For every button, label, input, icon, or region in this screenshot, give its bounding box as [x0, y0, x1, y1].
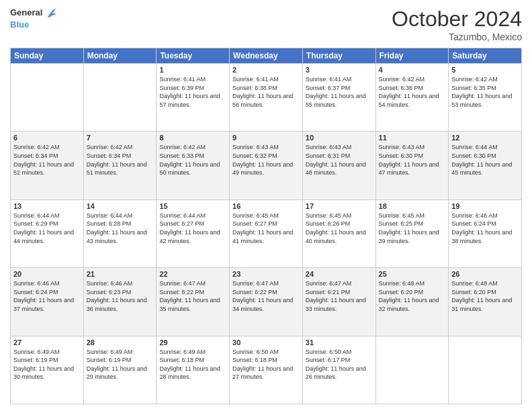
cell-info: Sunrise: 6:49 AMSunset: 6:19 PMDaylight:… [87, 348, 154, 381]
cell-info: Sunrise: 6:50 AMSunset: 6:17 PMDaylight:… [306, 348, 373, 381]
day-number: 5 [451, 66, 519, 74]
week-row-4: 20Sunrise: 6:46 AMSunset: 6:24 PMDayligh… [11, 268, 522, 336]
cell-info: Sunrise: 6:42 AMSunset: 6:34 PMDaylight:… [13, 143, 81, 177]
day-number: 15 [159, 202, 226, 210]
day-number: 11 [379, 134, 446, 142]
calendar-cell-w4-d7: 26Sunrise: 6:48 AMSunset: 6:20 PMDayligh… [449, 268, 522, 336]
cell-info: Sunrise: 6:49 AMSunset: 6:19 PMDaylight:… [13, 348, 81, 381]
col-thursday: Thursday [302, 48, 375, 64]
cell-info: Sunrise: 6:42 AMSunset: 6:33 PMDaylight:… [159, 143, 226, 177]
cell-info: Sunrise: 6:42 AMSunset: 6:34 PMDaylight:… [87, 143, 154, 177]
cell-info: Sunrise: 6:49 AMSunset: 6:18 PMDaylight:… [159, 348, 226, 381]
day-number: 14 [87, 202, 154, 210]
cell-info: Sunrise: 6:41 AMSunset: 6:39 PMDaylight:… [159, 75, 226, 109]
calendar-cell-w1-d5: 3Sunrise: 6:41 AMSunset: 6:37 PMDaylight… [302, 64, 375, 132]
calendar-cell-w1-d2 [83, 64, 157, 132]
day-number: 28 [87, 338, 154, 347]
logo-bird-icon [46, 7, 57, 20]
day-number: 30 [232, 338, 300, 347]
cell-info: Sunrise: 6:44 AMSunset: 6:28 PMDaylight:… [87, 212, 154, 245]
cell-info: Sunrise: 6:46 AMSunset: 6:24 PMDaylight:… [13, 279, 81, 313]
day-number: 2 [232, 66, 300, 74]
day-number: 6 [13, 134, 81, 142]
title-block: October 2024 Tazumbo, Mexico [392, 7, 522, 42]
calendar-cell-w2-d7: 12Sunrise: 6:44 AMSunset: 6:30 PMDayligh… [449, 132, 522, 199]
cell-info: Sunrise: 6:47 AMSunset: 6:22 PMDaylight:… [232, 279, 300, 313]
day-number: 18 [379, 202, 446, 210]
day-number: 7 [87, 134, 154, 142]
cell-info: Sunrise: 6:44 AMSunset: 6:27 PMDaylight:… [159, 212, 226, 245]
calendar-cell-w1-d4: 2Sunrise: 6:41 AMSunset: 6:38 PMDaylight… [230, 64, 303, 132]
cell-info: Sunrise: 6:42 AMSunset: 6:36 PMDaylight:… [379, 75, 446, 109]
day-number: 24 [306, 270, 373, 278]
cell-info: Sunrise: 6:48 AMSunset: 6:20 PMDaylight:… [451, 279, 519, 313]
calendar-cell-w4-d4: 23Sunrise: 6:47 AMSunset: 6:22 PMDayligh… [230, 268, 303, 336]
calendar-cell-w3-d1: 13Sunrise: 6:44 AMSunset: 6:29 PMDayligh… [11, 199, 84, 267]
calendar-cell-w2-d3: 8Sunrise: 6:42 AMSunset: 6:33 PMDaylight… [157, 132, 230, 199]
calendar-cell-w5-d6 [375, 336, 449, 404]
day-number: 21 [87, 270, 154, 278]
cell-info: Sunrise: 6:47 AMSunset: 6:22 PMDaylight:… [159, 279, 226, 313]
day-number: 20 [13, 270, 81, 278]
day-number: 19 [451, 202, 519, 210]
calendar-header-row: Sunday Monday Tuesday Wednesday Thursday… [11, 48, 522, 64]
week-row-3: 13Sunrise: 6:44 AMSunset: 6:29 PMDayligh… [11, 199, 522, 267]
calendar-cell-w5-d2: 28Sunrise: 6:49 AMSunset: 6:19 PMDayligh… [83, 336, 157, 404]
calendar-cell-w5-d4: 30Sunrise: 6:50 AMSunset: 6:18 PMDayligh… [230, 336, 303, 404]
col-saturday: Saturday [449, 48, 522, 64]
page: General Blue October 2024 Tazumbo, Mexic… [0, 0, 532, 411]
calendar-cell-w3-d7: 19Sunrise: 6:46 AMSunset: 6:24 PMDayligh… [449, 199, 522, 267]
cell-info: Sunrise: 6:46 AMSunset: 6:23 PMDaylight:… [87, 279, 154, 313]
cell-info: Sunrise: 6:43 AMSunset: 6:32 PMDaylight:… [232, 143, 300, 177]
logo: General Blue [10, 7, 57, 30]
calendar-cell-w4-d2: 21Sunrise: 6:46 AMSunset: 6:23 PMDayligh… [83, 268, 157, 336]
day-number: 27 [13, 338, 81, 347]
cell-info: Sunrise: 6:41 AMSunset: 6:38 PMDaylight:… [232, 75, 300, 109]
calendar-cell-w4-d1: 20Sunrise: 6:46 AMSunset: 6:24 PMDayligh… [11, 268, 84, 336]
cell-info: Sunrise: 6:41 AMSunset: 6:37 PMDaylight:… [306, 75, 373, 109]
cell-info: Sunrise: 6:45 AMSunset: 6:26 PMDaylight:… [306, 212, 373, 245]
day-number: 29 [159, 338, 226, 347]
calendar-cell-w2-d1: 6Sunrise: 6:42 AMSunset: 6:34 PMDaylight… [11, 132, 84, 199]
day-number: 12 [451, 134, 519, 142]
header: General Blue October 2024 Tazumbo, Mexic… [10, 7, 522, 42]
day-number: 26 [451, 270, 519, 278]
col-friday: Friday [375, 48, 449, 64]
col-monday: Monday [83, 48, 157, 64]
calendar-cell-w3-d4: 16Sunrise: 6:45 AMSunset: 6:27 PMDayligh… [230, 199, 303, 267]
cell-info: Sunrise: 6:45 AMSunset: 6:27 PMDaylight:… [232, 212, 300, 245]
cell-info: Sunrise: 6:50 AMSunset: 6:18 PMDaylight:… [232, 348, 300, 381]
calendar-cell-w5-d5: 31Sunrise: 6:50 AMSunset: 6:17 PMDayligh… [302, 336, 375, 404]
calendar-cell-w1-d6: 4Sunrise: 6:42 AMSunset: 6:36 PMDaylight… [375, 64, 449, 132]
calendar-cell-w3-d6: 18Sunrise: 6:45 AMSunset: 6:25 PMDayligh… [375, 199, 449, 267]
day-number: 4 [379, 66, 446, 74]
day-number: 23 [232, 270, 300, 278]
day-number: 22 [159, 270, 226, 278]
week-row-1: 1Sunrise: 6:41 AMSunset: 6:39 PMDaylight… [11, 64, 522, 132]
calendar-cell-w4-d3: 22Sunrise: 6:47 AMSunset: 6:22 PMDayligh… [157, 268, 230, 336]
cell-info: Sunrise: 6:42 AMSunset: 6:35 PMDaylight:… [451, 75, 519, 109]
day-number: 3 [306, 66, 373, 74]
calendar-cell-w1-d1 [11, 64, 84, 132]
calendar-cell-w3-d3: 15Sunrise: 6:44 AMSunset: 6:27 PMDayligh… [157, 199, 230, 267]
calendar-cell-w5-d7 [449, 336, 522, 404]
week-row-5: 27Sunrise: 6:49 AMSunset: 6:19 PMDayligh… [11, 336, 522, 404]
calendar-cell-w2-d5: 10Sunrise: 6:43 AMSunset: 6:31 PMDayligh… [302, 132, 375, 199]
calendar-table: Sunday Monday Tuesday Wednesday Thursday… [10, 48, 522, 404]
calendar-cell-w3-d5: 17Sunrise: 6:45 AMSunset: 6:26 PMDayligh… [302, 199, 375, 267]
day-number: 8 [159, 134, 226, 142]
logo-line1: General [10, 7, 57, 20]
cell-info: Sunrise: 6:47 AMSunset: 6:21 PMDaylight:… [306, 279, 373, 313]
calendar-cell-w2-d6: 11Sunrise: 6:43 AMSunset: 6:30 PMDayligh… [375, 132, 449, 199]
cell-info: Sunrise: 6:43 AMSunset: 6:30 PMDaylight:… [379, 143, 446, 177]
calendar-cell-w4-d5: 24Sunrise: 6:47 AMSunset: 6:21 PMDayligh… [302, 268, 375, 336]
day-number: 25 [379, 270, 446, 278]
calendar-cell-w2-d2: 7Sunrise: 6:42 AMSunset: 6:34 PMDaylight… [83, 132, 157, 199]
day-number: 1 [159, 66, 226, 74]
calendar-cell-w4-d6: 25Sunrise: 6:48 AMSunset: 6:20 PMDayligh… [375, 268, 449, 336]
cell-info: Sunrise: 6:43 AMSunset: 6:31 PMDaylight:… [306, 143, 373, 177]
cell-info: Sunrise: 6:44 AMSunset: 6:29 PMDaylight:… [13, 212, 81, 245]
col-wednesday: Wednesday [230, 48, 303, 64]
col-tuesday: Tuesday [157, 48, 230, 64]
cell-info: Sunrise: 6:44 AMSunset: 6:30 PMDaylight:… [451, 143, 519, 177]
